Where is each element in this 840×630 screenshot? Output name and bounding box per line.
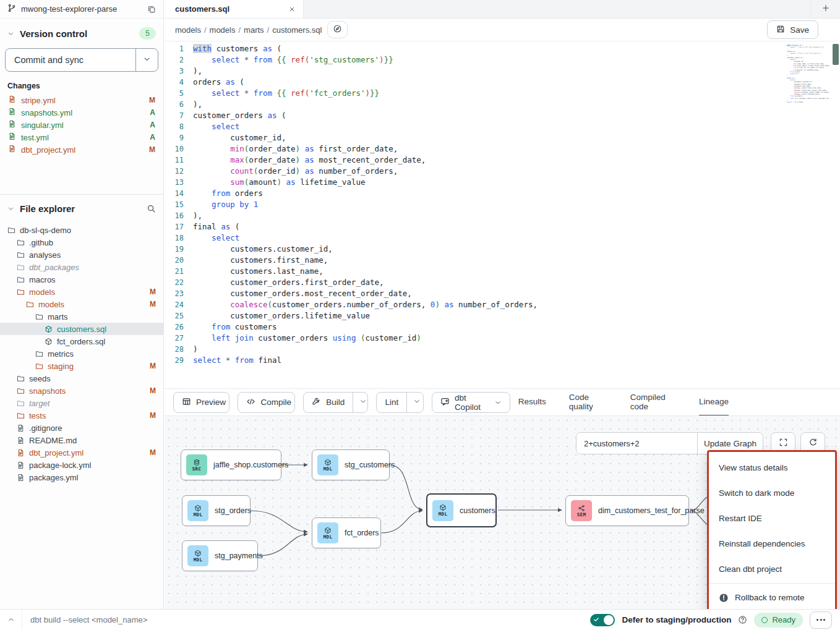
code-line: 6), [165,99,840,110]
tab-customers-sql[interactable]: customers.sql [165,0,304,18]
navigate-button[interactable] [327,21,348,38]
menu-item-switch-to-dark-mode[interactable]: Switch to dark mode [709,480,835,506]
change-row[interactable]: stripe.ymlM [0,94,163,106]
tab-code-quality[interactable]: Code quality [569,389,607,416]
breadcrumb-segment[interactable]: models [175,25,201,35]
menu-item-restart-ide[interactable]: Restart IDE [709,506,835,531]
save-button[interactable]: Save [767,20,818,39]
tree-item-analyses[interactable]: analyses [0,249,163,261]
line-number: 1 [165,43,193,54]
node-badge: MDL [317,522,338,543]
change-status: A [150,133,155,142]
file-explorer-title: File explorer [20,203,75,214]
tree-item-label: tests [29,411,46,420]
build-options-button[interactable] [353,393,368,412]
copy-icon[interactable] [147,5,156,14]
lineage-node-dim_customers_test_for_parse[interactable]: SEMdim_customers_test_for_parse [565,495,689,526]
alert-icon [719,593,729,603]
tree-item-staging[interactable]: stagingM [0,360,163,372]
chevron-down-icon [359,398,367,407]
tree-item-tests[interactable]: testsM [0,409,163,422]
file-icon [8,95,16,105]
new-tab-button[interactable] [810,0,840,18]
tab-compiled-code[interactable]: Compiled code [630,389,676,416]
breadcrumb-segment[interactable]: marts [244,25,264,35]
close-icon[interactable] [288,6,296,13]
tree-item-dbt_project.yml[interactable]: dbt_project.ymlM [0,446,163,459]
lint-options-button[interactable] [406,393,424,412]
file-icon [8,132,16,142]
menu-item-clean-dbt-project[interactable]: Clean dbt project [709,556,835,582]
tree-item-metrics[interactable]: metrics [0,347,163,360]
sidebar: mwong-test-explorer-parse Version contro… [0,0,164,609]
change-row[interactable]: test.ymlA [0,131,163,143]
tree-item-.github[interactable]: .github [0,236,163,249]
defer-toggle[interactable] [590,614,615,626]
lineage-node-customers[interactable]: MDLcustomers [426,493,497,527]
tree-item-README.md[interactable]: README.md [0,434,163,446]
search-icon[interactable] [147,204,156,213]
tree-item-customers.sql[interactable]: customers.sql [0,323,163,335]
menu-item-view-status-details[interactable]: View status details [709,455,835,480]
tree-item-macros[interactable]: macros [0,273,163,286]
change-row[interactable]: dbt_project.ymlM [0,143,163,156]
compile-button[interactable]: Compile [238,392,295,413]
change-status: M [149,96,155,104]
commit-and-sync-button[interactable]: Commit and sync [6,49,135,71]
file-explorer-header[interactable]: File explorer [0,195,163,218]
version-control-header[interactable]: Version control 5 [0,19,163,43]
tree-item-dbt_packages[interactable]: dbt_packages [0,261,163,273]
line-number: 17 [165,221,193,232]
lint-button[interactable]: Lint [377,393,406,412]
tree-item-marts[interactable]: marts [0,310,163,323]
menu-item-reinstall-dependencies[interactable]: Reinstall dependencies [709,531,835,556]
lineage-node-stg_customers[interactable]: MDLstg_customers [312,449,390,480]
save-icon [776,25,785,35]
tree-item-package-lock.yml[interactable]: package-lock.yml [0,459,163,471]
line-number: 14 [165,188,193,199]
breadcrumb-segment[interactable]: customers.sql [272,25,322,35]
tree-item-.gitignore[interactable]: .gitignore [0,422,163,434]
tree-item-label: fct_orders.sql [57,337,105,346]
editor-scrollbar[interactable] [833,44,839,65]
code-editor[interactable]: 1with customers as (2 select * from {{ r… [165,41,840,388]
tree-item-db-sl-qs-demo[interactable]: db-sl-qs-demo [0,224,163,236]
line-number: 28 [165,344,193,355]
tree-item-models[interactable]: modelsM [0,286,163,298]
changes-list: stripe.ymlMsnapshots.ymlAsingular.ymlAte… [0,94,163,156]
lineage-node-fct_orders[interactable]: MDLfct_orders [312,517,381,548]
branch-selector[interactable]: mwong-test-explorer-parse [0,0,163,19]
tree-item-snapshots[interactable]: snapshotsM [0,385,163,397]
dbt-copilot-button[interactable]: dbt Copilot [432,392,510,413]
change-row[interactable]: snapshots.ymlA [0,106,163,119]
tree-item-target[interactable]: target [0,397,163,409]
share-icon [578,504,585,512]
help-icon[interactable] [738,615,747,624]
tree-item-seeds[interactable]: seeds [0,372,163,385]
minimap[interactable]: with customers as ( select * from {{ ref… [787,45,830,104]
check-icon [593,616,599,623]
command-bar-expand-button[interactable] [0,610,22,630]
more-options-button[interactable] [810,611,832,629]
change-file-name: snapshots.yml [21,108,72,117]
tree-item-fct_orders.sql[interactable]: fct_orders.sql [0,335,163,347]
lineage-node-jaffle_shop.customers[interactable]: SRCjaffle_shop.customers [181,449,281,480]
lineage-search-input[interactable] [576,433,697,454]
code-icon [246,397,255,408]
breadcrumb-segment[interactable]: models [210,25,236,35]
lineage-node-stg_orders[interactable]: MDLstg_orders [182,495,251,526]
tree-item-models[interactable]: modelsM [0,298,163,310]
menu-item-rollback-to-remote[interactable]: Rollback to remote [709,585,835,609]
change-row[interactable]: singular.ymlA [0,119,163,131]
build-button[interactable]: Build [304,393,353,412]
code-line: 28) [165,344,840,355]
node-label: jaffle_shop.customers [213,461,288,469]
tab-results[interactable]: Results [518,389,546,416]
commit-options-button[interactable] [135,49,158,71]
lineage-node-stg_payments[interactable]: MDLstg_payments [182,540,258,571]
command-input[interactable] [22,615,356,624]
tree-item-packages.yml[interactable]: packages.yml [0,471,163,483]
preview-button[interactable]: Preview [173,392,229,413]
tab-lineage[interactable]: Lineage [699,389,729,416]
code-lines: 1with customers as (2 select * from {{ r… [165,43,840,366]
